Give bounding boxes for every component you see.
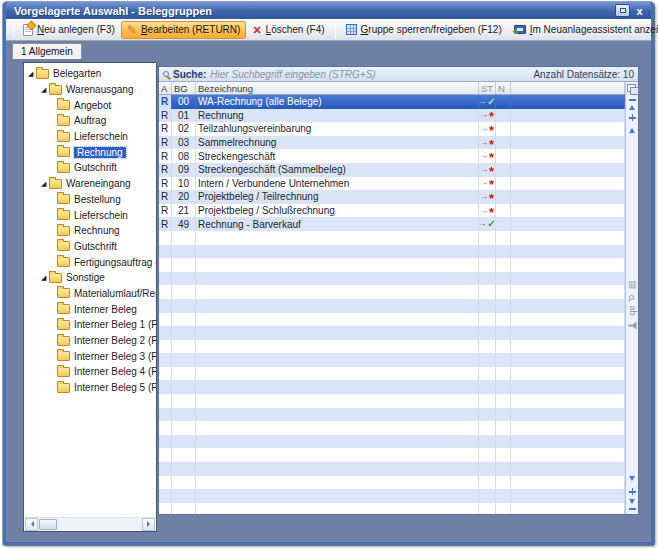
table-empty-row — [159, 448, 625, 462]
column-chooser-icon[interactable] — [627, 84, 638, 94]
expand-arrow-icon[interactable]: ◢ — [41, 180, 49, 188]
status-icon: →* — [480, 109, 494, 123]
table-row[interactable]: R 10 Intern / Verbundene Unternehmen →* — [159, 177, 625, 191]
edit-button[interactable]: ✎ Bearbeiten (RETURN) — [121, 21, 247, 39]
table-empty-row — [159, 476, 625, 490]
scroll-left-button[interactable] — [25, 518, 38, 531]
expand-arrow-icon[interactable]: ◢ — [41, 86, 49, 94]
tree-item-interner-beleg[interactable]: Interner Beleg — [24, 301, 156, 317]
table-row[interactable]: R 01 Rechnung →* — [159, 109, 625, 123]
tree-item-sonstige[interactable]: ◢Sonstige — [24, 270, 156, 286]
scroll-to-top-button[interactable] — [629, 99, 636, 110]
search-tool-icon[interactable] — [629, 295, 634, 300]
scroll-to-bottom-button[interactable] — [629, 499, 636, 510]
scroll-plus-icon[interactable] — [629, 114, 636, 121]
tree-item-angebot[interactable]: Angebot — [24, 97, 156, 113]
table-row[interactable]: R 20 Projektbeleg / Teilrechnung →* — [159, 190, 625, 204]
tree-item-interner-beleg-2[interactable]: Interner Beleg 2 (PPS) — [24, 333, 156, 349]
sort-tool-icon[interactable]: ab — [627, 305, 636, 315]
tree-item-materialumlauf[interactable]: Materialumlauf/Reparatur — [24, 286, 156, 302]
tree-item-gutschrift-we[interactable]: Gutschrift — [24, 239, 156, 255]
status-icon: →* — [480, 136, 494, 150]
table-grid: A BG Bezeichnung ST N R 00 WA-Rechnung (… — [159, 82, 625, 514]
scroll-right-button[interactable] — [142, 518, 155, 531]
scroll-up-icon — [629, 125, 635, 133]
table-row[interactable]: R 21 Projektbeleg / Schlußrechnung →* — [159, 204, 625, 218]
table-empty-row — [159, 326, 625, 340]
scroll-up-button[interactable] — [629, 125, 635, 133]
folder-icon — [57, 367, 70, 377]
table-empty-row — [159, 231, 625, 245]
table-row[interactable]: R 09 Streckengeschäft (Sammelbeleg) →* — [159, 163, 625, 177]
toolbar: Neu anlegen (F3) ✎ Bearbeiten (RETURN) ✕… — [6, 19, 651, 41]
wizard-monitor-icon — [514, 25, 526, 34]
column-header-bezeichnung[interactable]: Bezeichnung — [196, 82, 479, 94]
restore-button[interactable] — [615, 4, 630, 17]
tree-horizontal-scrollbar[interactable] — [25, 517, 155, 530]
tree-item-belegarten[interactable]: ◢Belegarten — [24, 66, 156, 82]
tree-item-interner-beleg-5[interactable]: Interner Beleg 5 (PPS) — [24, 380, 156, 396]
scroll-to-top-icon — [629, 102, 635, 110]
dialog-window: Vorgelagerte Auswahl - Beleggruppen x Ne… — [3, 2, 654, 545]
status-icon: →✓ — [479, 219, 496, 229]
search-input[interactable] — [210, 69, 529, 80]
scroll-down-icon — [629, 476, 635, 484]
filter-icon[interactable] — [627, 321, 636, 329]
wizard-toggle-button[interactable]: Im Neuanlageassistent anzeigen/sperren — [508, 21, 658, 39]
tree-item-lieferschein[interactable]: Lieferschein — [24, 129, 156, 145]
search-bar[interactable]: Suche: Anzahl Datensätze: 10 — [159, 67, 638, 82]
scroll-down-button[interactable] — [629, 476, 635, 484]
table-row[interactable]: R 03 Sammelrechnung →* — [159, 136, 625, 150]
column-header-bg[interactable]: BG — [172, 82, 196, 94]
table-empty-row — [159, 435, 625, 449]
tree-item-auftrag[interactable]: Auftrag — [24, 113, 156, 129]
table-empty-row — [159, 285, 625, 299]
scroll-to-bottom-icon — [629, 499, 635, 507]
tree-item-rechnung-we[interactable]: Rechnung — [24, 223, 156, 239]
tree-item-interner-beleg-4[interactable]: Interner Beleg 4 (PPS) — [24, 364, 156, 380]
table-empty-row — [159, 272, 625, 286]
tree-item-wareneingang[interactable]: ◢Wareneingang — [24, 176, 156, 192]
record-count: Anzahl Datensätze: 10 — [533, 69, 634, 80]
table-empty-row — [159, 408, 625, 422]
tree-panel: ◢Belegarten ◢Warenausgang Angebot Auftra… — [23, 62, 157, 532]
tree-item-rechnung-selected[interactable]: Rechnung — [24, 144, 156, 160]
tree-item-bestellung[interactable]: Bestellung — [24, 192, 156, 208]
tree-item-interner-beleg-3[interactable]: Interner Beleg 3 (PPS) — [24, 348, 156, 364]
tree-item-gutschrift[interactable]: Gutschrift — [24, 160, 156, 176]
scrollbar-thumb[interactable] — [39, 519, 57, 530]
table-panel: Suche: Anzahl Datensätze: 10 A BG Bezeic… — [158, 66, 639, 515]
folder-icon — [57, 163, 70, 173]
close-button[interactable]: x — [632, 4, 647, 17]
tree-item-lieferschein-we[interactable]: Lieferschein — [24, 207, 156, 223]
scroll-plus-icon[interactable] — [629, 488, 636, 495]
column-header-n[interactable]: N — [496, 82, 511, 94]
delete-button[interactable]: ✕ Löschen (F4) — [246, 21, 330, 39]
new-button[interactable]: Neu anlegen (F3) — [17, 21, 121, 39]
table-row[interactable]: R 02 Teilzahlungsvereinbarung →* — [159, 122, 625, 136]
tree-item-warenausgang[interactable]: ◢Warenausgang — [24, 82, 156, 98]
expand-arrow-icon[interactable]: ◢ — [28, 70, 36, 78]
table-row[interactable]: R 00 WA-Rechnung (alle Belege) →✓ — [159, 95, 625, 109]
folder-icon — [57, 226, 70, 236]
folder-icon — [57, 132, 70, 142]
folder-icon — [57, 194, 70, 204]
card-view-icon[interactable]: ▤ — [627, 280, 636, 289]
expand-arrow-icon[interactable]: ◢ — [41, 274, 49, 282]
table-empty-row — [159, 462, 625, 476]
titlebar[interactable]: Vorgelagerte Auswahl - Beleggruppen x — [6, 2, 651, 19]
tab-allgemein[interactable]: 1 Allgemein — [12, 43, 82, 59]
status-icon: →* — [480, 177, 494, 191]
folder-icon — [57, 336, 70, 346]
tree-item-interner-beleg-1[interactable]: Interner Beleg 1 (PPS) — [24, 317, 156, 333]
table-row[interactable]: R 08 Streckengeschäft →* — [159, 149, 625, 163]
table-empty-row — [159, 353, 625, 367]
column-header-a[interactable]: A — [159, 82, 172, 94]
tree: ◢Belegarten ◢Warenausgang Angebot Auftra… — [24, 63, 156, 395]
tree-item-fertigungsauftrag[interactable]: Fertigungsauftrag (PPS) — [24, 254, 156, 270]
lock-group-button[interactable]: Gruppe sperren/freigeben (F12) — [340, 21, 508, 39]
column-header-st[interactable]: ST — [479, 82, 496, 94]
scroll-right-icon — [147, 521, 153, 527]
table-empty-row — [159, 421, 625, 435]
table-row[interactable]: R 49 Rechnung - Barverkauf →✓ — [159, 217, 625, 231]
